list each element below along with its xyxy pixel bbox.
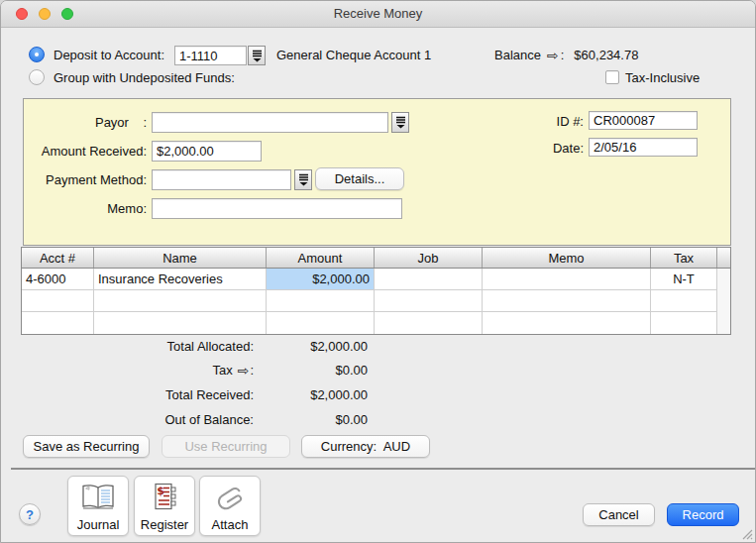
balance-detail-arrow-icon[interactable]: ⇨ — [547, 49, 559, 62]
tax-cell[interactable] — [651, 312, 717, 334]
name-cell[interactable] — [94, 312, 267, 334]
id-number-label: ID #: — [516, 114, 584, 130]
acct-cell[interactable]: 4-6000 — [22, 269, 94, 290]
memo-input[interactable] — [152, 198, 402, 219]
payment-method-dropdown-button[interactable] — [294, 169, 312, 190]
total-allocated-label: Total Allocated: — [100, 339, 254, 354]
amount-received-label: Amount Received: — [31, 144, 147, 160]
payment-method-label: Payment Method: — [31, 172, 147, 188]
column-header-acct: Acct # — [22, 248, 94, 268]
journal-button[interactable]: Journal — [67, 476, 129, 536]
close-window-button[interactable] — [16, 8, 28, 20]
memo-cell[interactable] — [483, 290, 651, 312]
scroll-strip — [717, 290, 730, 312]
payment-method-input[interactable] — [152, 169, 291, 190]
balance-label: Balance — [494, 48, 541, 63]
table-row-empty — [22, 290, 730, 312]
register-button-label: Register — [141, 517, 188, 532]
job-cell[interactable] — [375, 269, 483, 290]
minimize-window-button[interactable] — [39, 8, 51, 20]
out-of-balance-value: $0.00 — [254, 412, 368, 427]
acct-cell[interactable] — [22, 290, 94, 312]
zoom-window-button[interactable] — [61, 8, 73, 20]
column-header-spacer — [717, 248, 730, 268]
save-as-recurring-button[interactable]: Save as Recurring — [23, 435, 150, 458]
tax-detail-arrow-icon[interactable]: ⇨ — [238, 364, 250, 378]
column-header-name: Name — [94, 248, 267, 268]
currency-button[interactable]: Currency: AUD — [301, 435, 430, 458]
scroll-strip — [717, 312, 730, 334]
account-code-input[interactable] — [174, 46, 247, 65]
attach-button-label: Attach — [212, 517, 249, 532]
column-header-memo: Memo — [483, 248, 651, 268]
journal-book-icon — [79, 482, 117, 513]
footer-separator — [11, 468, 755, 470]
amount-cell[interactable] — [267, 290, 375, 312]
job-cell[interactable] — [375, 312, 483, 334]
deposit-to-account-label: Deposit to Account: — [54, 48, 164, 63]
tax-cell[interactable]: N-T — [651, 269, 717, 290]
payor-dropdown-button[interactable] — [391, 112, 409, 133]
window-title: Receive Money — [1, 1, 755, 27]
memo-cell[interactable] — [483, 269, 651, 290]
list-dropdown-icon — [395, 116, 406, 129]
cancel-button[interactable]: Cancel — [583, 503, 655, 526]
account-name-text: General Cheque Account 1 — [276, 48, 431, 63]
table-row: 4-6000 Insurance Recoveries $2,000.00 N-… — [22, 269, 730, 290]
scroll-strip — [717, 269, 730, 290]
payor-input[interactable] — [152, 112, 388, 133]
use-recurring-button: Use Recurring — [162, 435, 290, 458]
total-allocated-value: $2,000.00 — [254, 339, 368, 354]
list-dropdown-icon — [298, 173, 309, 186]
amount-cell-selected[interactable]: $2,000.00 — [267, 269, 375, 290]
id-number-input[interactable] — [589, 111, 698, 130]
tax-cell[interactable] — [651, 290, 717, 312]
account-dropdown-button[interactable] — [248, 46, 266, 65]
amount-received-input[interactable] — [152, 141, 262, 162]
tax-total-row: Tax ⇨ : — [100, 363, 254, 378]
register-button[interactable]: $ Register — [134, 476, 195, 536]
balance-value: $60,234.78 — [574, 48, 638, 63]
group-undeposited-radio[interactable] — [29, 69, 45, 85]
table-row-empty — [22, 312, 730, 334]
acct-cell[interactable] — [22, 312, 94, 334]
total-received-label: Total Received: — [100, 387, 254, 402]
journal-button-label: Journal — [77, 517, 120, 532]
date-label: Date: — [516, 141, 584, 157]
column-header-job: Job — [375, 248, 483, 268]
details-button[interactable]: Details... — [315, 167, 404, 190]
memo-cell[interactable] — [483, 312, 651, 334]
attach-button[interactable]: Attach — [199, 476, 261, 536]
name-cell[interactable]: Insurance Recoveries — [94, 269, 267, 290]
column-header-amount: Amount — [267, 248, 375, 268]
allocation-table-header: Acct # Name Amount Job Memo Tax — [22, 248, 730, 269]
help-button[interactable]: ? — [19, 503, 41, 525]
job-cell[interactable] — [375, 290, 483, 312]
tax-total-label: Tax — [212, 363, 232, 378]
register-icon: $ — [149, 482, 180, 513]
memo-label: Memo: — [31, 201, 147, 217]
receive-money-window: Receive Money Deposit to Account: Genera… — [0, 0, 756, 543]
name-cell[interactable] — [94, 290, 267, 312]
allocation-table: Acct # Name Amount Job Memo Tax 4-6000 I… — [21, 247, 731, 335]
resize-grip[interactable] — [740, 527, 753, 540]
deposit-to-account-radio[interactable] — [29, 47, 45, 62]
balance-colon: : — [561, 48, 565, 63]
tax-inclusive-checkbox[interactable] — [605, 70, 619, 84]
list-dropdown-icon — [252, 50, 263, 62]
svg-text:$: $ — [157, 485, 164, 497]
payor-label: Payor : — [31, 115, 147, 131]
record-button[interactable]: Record — [667, 503, 739, 526]
date-input[interactable] — [589, 138, 698, 157]
titlebar: Receive Money — [1, 1, 755, 28]
tax-total-value: $0.00 — [254, 363, 368, 378]
group-undeposited-label: Group with Undeposited Funds: — [54, 70, 235, 86]
total-received-value: $2,000.00 — [254, 387, 368, 402]
tax-inclusive-label: Tax-Inclusive — [625, 70, 700, 86]
out-of-balance-label: Out of Balance: — [100, 412, 254, 427]
column-header-tax: Tax — [651, 248, 717, 268]
paperclip-icon — [213, 482, 247, 515]
balance-row: Balance ⇨ : $60,234.78 — [494, 48, 638, 63]
amount-cell[interactable] — [267, 312, 375, 334]
